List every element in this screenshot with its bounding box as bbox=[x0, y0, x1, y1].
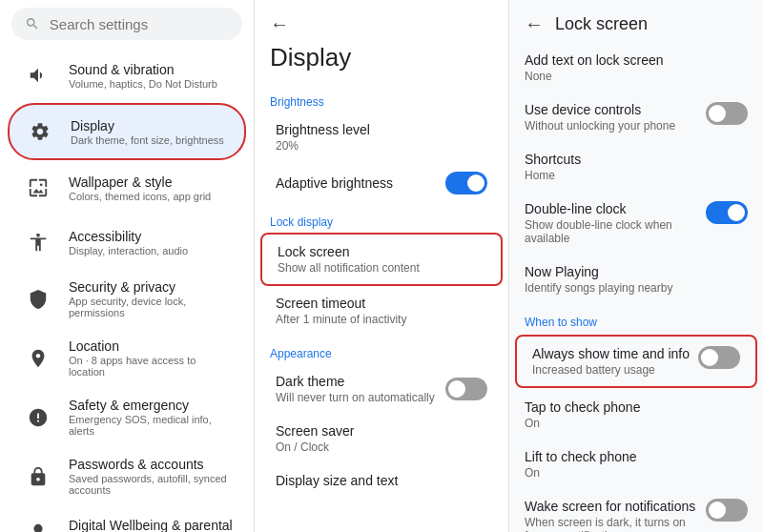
dark-theme-subtitle: Will never turn on automatically bbox=[276, 391, 435, 404]
middle-back-button[interactable]: ← bbox=[270, 13, 289, 35]
sidebar-item-passwords[interactable]: Passwords & accounts Saved passwords, au… bbox=[8, 447, 246, 505]
device-controls-title: Use device controls bbox=[525, 102, 675, 117]
sidebar-security-subtitle: App security, device lock, permissions bbox=[69, 296, 233, 318]
display-icon bbox=[23, 114, 57, 149]
middle-panel: ← Display Brightness Brightness level 20… bbox=[255, 0, 509, 532]
double-line-clock-toggle[interactable] bbox=[706, 201, 748, 224]
sidebar-sound-title: Sound & vibration bbox=[69, 62, 217, 77]
add-text-subtitle: None bbox=[525, 70, 664, 83]
security-icon bbox=[21, 282, 55, 317]
middle-header: ← bbox=[255, 0, 508, 43]
lift-to-check-item[interactable]: Lift to check phone On bbox=[509, 440, 763, 489]
now-playing-item[interactable]: Now Playing Identify songs playing nearb… bbox=[509, 255, 763, 304]
add-text-item[interactable]: Add text on lock screen None bbox=[509, 43, 763, 92]
sidebar-location-subtitle: On · 8 apps have access to location bbox=[69, 355, 233, 378]
right-header: ← Lock screen bbox=[509, 0, 763, 43]
wake-screen-item[interactable]: Wake screen for notifications When scree… bbox=[509, 489, 763, 532]
always-show-time-item[interactable]: Always show time and info Increased batt… bbox=[515, 335, 757, 388]
tap-to-check-subtitle: On bbox=[525, 417, 640, 430]
appearance-section-label: Appearance bbox=[255, 336, 508, 364]
display-size-title: Display size and text bbox=[276, 473, 398, 488]
location-icon bbox=[21, 341, 55, 376]
display-size-item[interactable]: Display size and text bbox=[260, 463, 503, 498]
sidebar-passwords-subtitle: Saved passwords, autofill, synced accoun… bbox=[69, 473, 233, 496]
always-show-time-title: Always show time and info bbox=[532, 346, 691, 361]
right-back-button[interactable]: ← bbox=[525, 13, 544, 35]
lock-screen-subtitle: Show all notification content bbox=[278, 261, 420, 275]
now-playing-subtitle: Identify songs playing nearby bbox=[525, 281, 672, 295]
right-panel-title: Lock screen bbox=[555, 14, 648, 34]
lock-display-section-label: Lock display bbox=[255, 204, 508, 233]
dark-theme-toggle[interactable] bbox=[445, 378, 487, 400]
sidebar-item-accessibility[interactable]: Accessibility Display, interaction, audi… bbox=[8, 215, 246, 269]
sidebar-accessibility-subtitle: Display, interaction, audio bbox=[69, 245, 188, 256]
lift-to-check-subtitle: On bbox=[525, 466, 637, 480]
add-text-title: Add text on lock screen bbox=[525, 52, 664, 68]
double-line-clock-title: Double-line clock bbox=[525, 201, 698, 216]
sidebar-item-wallpaper[interactable]: Wallpaper & style Colors, themed icons, … bbox=[8, 161, 246, 215]
device-controls-toggle[interactable] bbox=[706, 102, 748, 125]
sidebar-sound-subtitle: Volume, haptics, Do Not Disturb bbox=[69, 78, 217, 90]
search-bar[interactable] bbox=[11, 8, 242, 40]
passwords-icon bbox=[21, 460, 55, 494]
adaptive-brightness-toggle[interactable] bbox=[445, 172, 487, 194]
double-line-clock-item[interactable]: Double-line clock Show double-line clock… bbox=[509, 192, 763, 255]
sidebar-display-title: Display bbox=[71, 118, 224, 133]
search-input[interactable] bbox=[50, 16, 229, 32]
shortcuts-subtitle: Home bbox=[525, 169, 581, 182]
sidebar-accessibility-title: Accessibility bbox=[69, 229, 188, 244]
brightness-level-item[interactable]: Brightness level 20% bbox=[260, 113, 503, 162]
lock-screen-item[interactable]: Lock screen Show all notification conten… bbox=[260, 233, 503, 286]
wellbeing-icon bbox=[21, 516, 55, 532]
sidebar-item-sound[interactable]: Sound & vibration Volume, haptics, Do No… bbox=[8, 49, 246, 102]
wake-screen-title: Wake screen for notifications bbox=[525, 499, 698, 514]
brightness-section-label: Brightness bbox=[255, 84, 508, 113]
sidebar-item-display[interactable]: Display Dark theme, font size, brightnes… bbox=[8, 103, 246, 160]
safety-icon bbox=[21, 400, 55, 435]
device-controls-subtitle: Without unlocking your phone bbox=[525, 119, 675, 133]
double-line-clock-subtitle: Show double-line clock when available bbox=[525, 218, 698, 245]
sidebar-display-subtitle: Dark theme, font size, brightness bbox=[71, 134, 224, 146]
sidebar-passwords-title: Passwords & accounts bbox=[69, 457, 233, 472]
sidebar-item-wellbeing[interactable]: Digital Wellbeing & parental controls bbox=[8, 506, 246, 532]
sidebar-safety-title: Safety & emergency bbox=[69, 398, 233, 413]
adaptive-brightness-item[interactable]: Adaptive brightness bbox=[260, 162, 503, 204]
wake-screen-subtitle: When screen is dark, it turns on for new… bbox=[525, 516, 698, 532]
always-show-time-toggle[interactable] bbox=[698, 346, 740, 369]
dark-theme-title: Dark theme bbox=[276, 374, 435, 389]
wake-screen-toggle[interactable] bbox=[706, 499, 748, 522]
adaptive-brightness-title: Adaptive brightness bbox=[276, 175, 393, 191]
sidebar-wallpaper-subtitle: Colors, themed icons, app grid bbox=[69, 191, 211, 202]
screen-timeout-title: Screen timeout bbox=[276, 296, 406, 311]
screen-timeout-item[interactable]: Screen timeout After 1 minute of inactiv… bbox=[260, 286, 503, 336]
search-icon bbox=[25, 15, 40, 32]
right-content: Add text on lock screen None Use device … bbox=[509, 43, 763, 532]
brightness-level-title: Brightness level bbox=[276, 122, 370, 137]
sidebar-item-security[interactable]: Security & privacy App security, device … bbox=[8, 270, 246, 328]
left-panel: Sound & vibration Volume, haptics, Do No… bbox=[0, 0, 255, 532]
when-to-show-label: When to show bbox=[509, 304, 763, 333]
brightness-level-subtitle: 20% bbox=[276, 139, 370, 153]
sound-icon bbox=[21, 58, 55, 92]
right-panel: ← Lock screen Add text on lock screen No… bbox=[509, 0, 763, 532]
screen-saver-item[interactable]: Screen saver On / Clock bbox=[260, 414, 503, 463]
sidebar-security-title: Security & privacy bbox=[69, 279, 233, 295]
dark-theme-item[interactable]: Dark theme Will never turn on automatica… bbox=[260, 364, 503, 414]
lock-screen-title: Lock screen bbox=[278, 244, 420, 259]
always-show-time-subtitle: Increased battery usage bbox=[532, 363, 691, 377]
shortcuts-title: Shortcuts bbox=[525, 152, 581, 167]
shortcuts-item[interactable]: Shortcuts Home bbox=[509, 142, 763, 192]
tap-to-check-item[interactable]: Tap to check phone On bbox=[509, 390, 763, 440]
sidebar-item-safety[interactable]: Safety & emergency Emergency SOS, medica… bbox=[8, 388, 246, 446]
lift-to-check-title: Lift to check phone bbox=[525, 449, 637, 464]
device-controls-item[interactable]: Use device controls Without unlocking yo… bbox=[509, 92, 763, 142]
screen-saver-subtitle: On / Clock bbox=[276, 440, 354, 454]
middle-title: Display bbox=[270, 43, 351, 72]
tap-to-check-title: Tap to check phone bbox=[525, 399, 640, 415]
sidebar-safety-subtitle: Emergency SOS, medical info, alerts bbox=[69, 414, 233, 437]
sidebar-wallpaper-title: Wallpaper & style bbox=[69, 174, 211, 190]
sidebar-item-location[interactable]: Location On · 8 apps have access to loca… bbox=[8, 329, 246, 387]
sidebar-wellbeing-title: Digital Wellbeing & parental controls bbox=[69, 518, 233, 533]
screen-saver-title: Screen saver bbox=[276, 423, 354, 439]
wallpaper-icon bbox=[21, 171, 55, 205]
